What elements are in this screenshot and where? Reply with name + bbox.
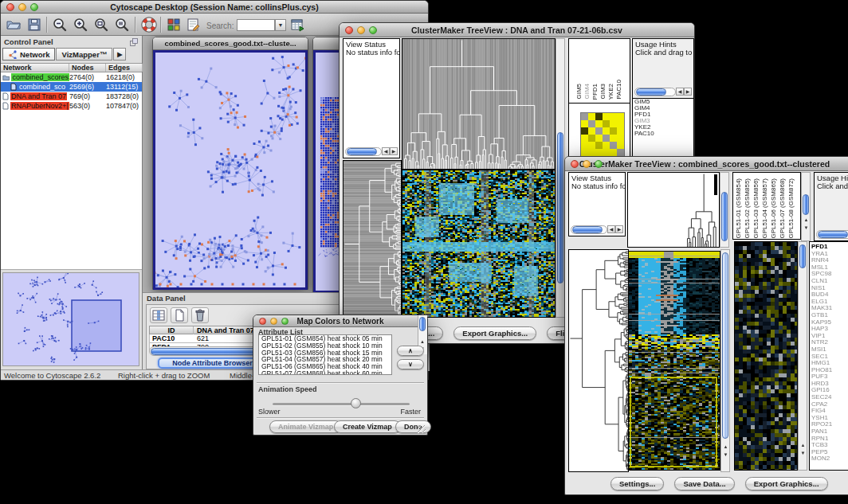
- column-area-vscrollbar[interactable]: [720, 172, 729, 248]
- network-canvas[interactable]: [155, 53, 305, 287]
- column-dendrogram-canvas[interactable]: [627, 172, 720, 248]
- scroll-right-icon[interactable]: ▶: [684, 88, 692, 96]
- main-title-bar[interactable]: Cytoscape Desktop (Session Name: collins…: [1, 1, 428, 14]
- minimize-icon[interactable]: [270, 318, 277, 325]
- float-panel-icon[interactable]: [129, 37, 139, 47]
- network-overview-panel[interactable]: [2, 272, 139, 366]
- search-input[interactable]: [237, 19, 275, 31]
- scroll-up-icon[interactable]: ▲: [799, 443, 807, 448]
- network-row-selected[interactable]: combined_sco 2569(6) 13112(15): [1, 82, 142, 92]
- resize-grip[interactable]: [418, 425, 426, 433]
- scroll-up-icon[interactable]: ▲: [419, 339, 426, 345]
- attribute-list[interactable]: GPL51-01 (GSM854) heat shock 05 minGPL51…: [258, 334, 392, 375]
- treeview-button[interactable]: Settings...: [610, 477, 664, 490]
- scrollbar-thumb[interactable]: [572, 226, 603, 233]
- network-row[interactable]: RNAPuberNov2+| 563(0) 107847(0): [1, 101, 142, 111]
- zoom-window-icon[interactable]: [178, 40, 185, 47]
- minimize-icon[interactable]: [18, 3, 26, 11]
- scrollbar-thumb[interactable]: [347, 148, 377, 155]
- treeview-dna-title-bar[interactable]: ClusterMaker TreeView : DNA and Tran 07-…: [340, 23, 694, 37]
- zoom-selected-icon[interactable]: [114, 17, 130, 33]
- dialog-title-bar[interactable]: Map Colors to Network: [253, 315, 427, 327]
- heatmap-vscrollbar[interactable]: ▲ ▼: [720, 249, 730, 472]
- new-attribute-icon[interactable]: [171, 307, 188, 323]
- minimize-icon[interactable]: [167, 40, 175, 47]
- move-down-button[interactable]: ∨: [397, 359, 424, 369]
- labels-vscrollbar[interactable]: ▲ ▼: [801, 172, 811, 241]
- scrollbar-thumb[interactable]: [803, 194, 809, 215]
- scroll-left-icon[interactable]: ◀: [607, 225, 615, 233]
- zoom-out-icon[interactable]: [52, 17, 68, 33]
- close-icon[interactable]: [6, 3, 14, 11]
- network-view-title-bar[interactable]: combined_scores_good.txt--cluste...: [153, 37, 308, 50]
- animate-vizmap-button[interactable]: Animate Vizmap: [269, 420, 342, 433]
- selection-heatmap-canvas[interactable]: [734, 241, 798, 471]
- scrollbar-thumb[interactable]: [818, 231, 848, 238]
- close-icon[interactable]: [345, 26, 353, 34]
- view-status-scrollbar[interactable]: ◀▶: [571, 225, 623, 234]
- gene-label[interactable]: MON2: [810, 455, 848, 463]
- minimize-icon[interactable]: [357, 26, 365, 34]
- treeview-button[interactable]: Export Graphics...: [745, 477, 828, 490]
- scrollbar-thumb[interactable]: [722, 252, 728, 439]
- animation-speed-slider[interactable]: [273, 398, 410, 409]
- treeview-combined-title-bar[interactable]: ClusterMaker TreeView : combined_scores_…: [565, 157, 848, 171]
- view-status-scrollbar[interactable]: ◀▶: [345, 147, 398, 156]
- select-attributes-icon[interactable]: [150, 307, 167, 323]
- scroll-down-icon[interactable]: ▼: [803, 225, 810, 231]
- treeview-button[interactable]: Export Graphics...: [453, 326, 536, 340]
- scroll-up-icon[interactable]: ▲: [803, 217, 810, 223]
- treeview-button[interactable]: Save Data...: [674, 477, 734, 490]
- scroll-up-icon[interactable]: ▲: [722, 444, 729, 450]
- row-dendrogram-canvas[interactable]: [343, 160, 402, 318]
- gene-list[interactable]: PFD1YRA1RNR4MSL1SPC98CLN1NIS1BUD4ELG1MAK…: [809, 241, 848, 471]
- close-icon[interactable]: [157, 40, 164, 47]
- scroll-left-icon[interactable]: ◀: [382, 147, 390, 155]
- heatmap-canvas[interactable]: [628, 251, 720, 471]
- gene-label[interactable]: PAC10: [633, 131, 694, 137]
- tab-network[interactable]: Network: [2, 48, 55, 61]
- search-dropdown-icon[interactable]: ▼: [275, 19, 286, 31]
- save-icon[interactable]: [26, 17, 42, 33]
- network-list-header[interactable]: Network Nodes Edges: [1, 63, 142, 72]
- usage-hints-scrollbar[interactable]: [816, 229, 848, 239]
- scroll-down-icon[interactable]: ▼: [722, 452, 729, 458]
- zoom-window-icon[interactable]: [30, 3, 38, 11]
- node-attribute-browser-tab[interactable]: Node Attribute Browser: [158, 357, 267, 369]
- delete-attribute-icon[interactable]: [191, 307, 209, 323]
- scroll-down-icon[interactable]: ▼: [799, 451, 807, 456]
- zoom-fit-icon[interactable]: [93, 17, 109, 33]
- slider-track[interactable]: [273, 403, 410, 405]
- tab-vizmapper[interactable]: VizMapper™: [56, 48, 112, 61]
- correlation-matrix[interactable]: [580, 112, 625, 157]
- open-folder-icon[interactable]: [6, 17, 22, 33]
- gene-list-vscrollbar[interactable]: ▲ ▼: [798, 241, 807, 471]
- network-row[interactable]: combined_scores 2764(0) 16218(0): [1, 72, 142, 82]
- import-table-icon[interactable]: [289, 17, 305, 33]
- zoom-window-icon[interactable]: [281, 318, 289, 325]
- annotation-icon[interactable]: [185, 17, 201, 33]
- usage-hints-scrollbar[interactable]: ◀▶: [634, 87, 692, 96]
- zoom-window-icon[interactable]: [595, 160, 603, 168]
- tab-overflow[interactable]: ▶: [113, 48, 126, 61]
- scrollbar-thumb[interactable]: [557, 132, 563, 283]
- column-dendrogram-canvas[interactable]: [402, 38, 556, 170]
- scroll-right-icon[interactable]: ▶: [615, 225, 623, 233]
- move-up-button[interactable]: ∧: [397, 346, 424, 356]
- create-vizmap-button[interactable]: Create Vizmap: [334, 420, 401, 433]
- scrollbar-thumb[interactable]: [636, 88, 666, 96]
- network-row[interactable]: DNA and Tran 07 769(0) 183728(0): [1, 92, 142, 101]
- row-dendrogram-canvas[interactable]: [568, 249, 629, 472]
- close-icon[interactable]: [259, 318, 266, 325]
- minimize-icon[interactable]: [583, 160, 591, 168]
- vizmapper-icon[interactable]: [166, 17, 182, 33]
- slider-thumb[interactable]: [351, 398, 361, 408]
- heatmap-canvas[interactable]: [402, 170, 556, 318]
- scroll-right-icon[interactable]: ▶: [390, 147, 398, 155]
- scrollbar-thumb[interactable]: [419, 317, 426, 331]
- minimize-icon[interactable]: [328, 40, 335, 47]
- attribute-item[interactable]: GPL51-07 (GSM868) heat shock 60 min: [259, 370, 391, 375]
- scrollbar-thumb[interactable]: [721, 192, 728, 241]
- network-overview-canvas[interactable]: [3, 273, 139, 365]
- scrollbar-thumb[interactable]: [799, 244, 806, 268]
